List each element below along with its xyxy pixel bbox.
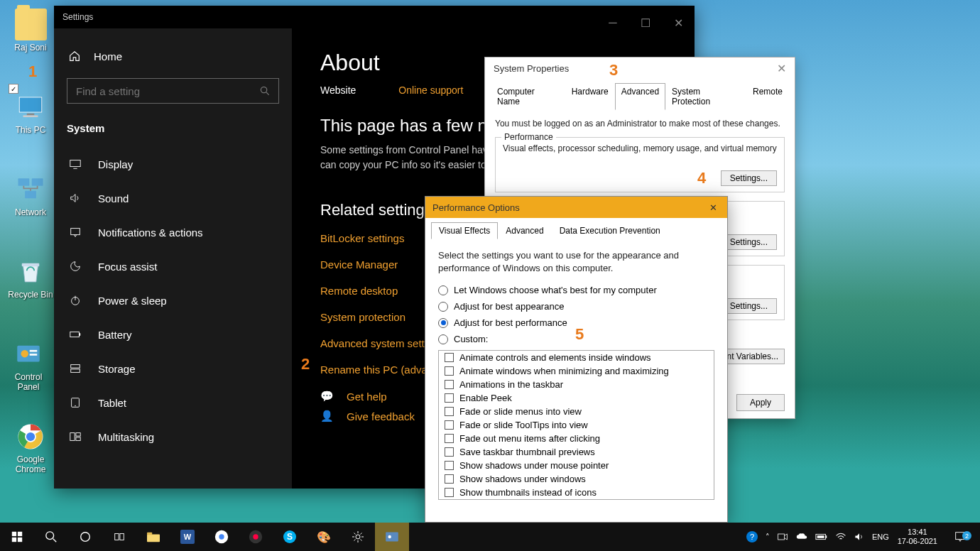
svg-rect-29: [76, 433, 80, 437]
maximize-button[interactable]: ☐: [629, 11, 662, 34]
website-label: Website: [320, 84, 356, 96]
check-animate-controls[interactable]: Animate controls and elements inside win…: [439, 351, 714, 364]
svg-rect-55: [778, 534, 784, 540]
svg-rect-30: [76, 437, 80, 441]
sidebar-item-display[interactable]: Display: [54, 147, 292, 181]
svg-point-35: [46, 532, 54, 540]
user-profiles-settings-button[interactable]: Settings...: [721, 234, 777, 250]
search-icon: [260, 86, 270, 96]
home-label: Home: [94, 50, 122, 62]
checkbox-icon: [445, 353, 454, 362]
svg-rect-7: [22, 263, 40, 266]
desktop-icon-recycle-bin[interactable]: Recycle Bin: [6, 256, 55, 300]
checkbox-icon: [445, 393, 454, 403]
tablet-icon: [68, 395, 82, 410]
close-button[interactable]: ✕: [662, 11, 695, 34]
action-center-button[interactable]: 2: [946, 530, 974, 543]
taskbar-active-app[interactable]: [375, 523, 409, 551]
tray-language[interactable]: ENG: [872, 533, 889, 541]
radio-best-appearance[interactable]: Adjust for best appearance: [438, 301, 714, 312]
desktop-icon-control-panel[interactable]: Control Panel: [4, 338, 53, 392]
control-panel-icon: [13, 338, 45, 370]
sidebar-item-sound[interactable]: Sound: [54, 181, 292, 215]
sidebar-item-storage[interactable]: Storage: [54, 351, 292, 386]
svg-rect-51: [386, 532, 398, 541]
radio-let-windows-choose[interactable]: Let Windows choose what's best for my co…: [438, 285, 714, 295]
svg-rect-34: [18, 538, 22, 542]
svg-point-45: [219, 534, 224, 539]
desktop-icon-chrome[interactable]: Google Chrome: [6, 420, 55, 474]
sidebar-category: System: [54, 116, 292, 147]
cortana-button[interactable]: [68, 523, 102, 551]
apply-button[interactable]: Apply: [736, 394, 785, 411]
tab-remote[interactable]: Remote: [746, 83, 789, 110]
battery-icon: [68, 327, 82, 342]
tab-advanced[interactable]: Advanced: [498, 222, 551, 239]
tray-help-icon[interactable]: ?: [746, 530, 758, 543]
taskbar-explorer[interactable]: [136, 523, 170, 551]
taskbar-chrome-2[interactable]: [239, 523, 273, 551]
check-shadows-windows[interactable]: Show shadows under windows: [439, 472, 714, 486]
tab-system-protection[interactable]: System Protection: [665, 83, 746, 110]
check-animate-windows[interactable]: Animate windows when minimizing and maxi…: [439, 364, 714, 378]
check-fade-menus[interactable]: Fade or slide menus into view: [439, 405, 714, 418]
tab-advanced[interactable]: Advanced: [615, 83, 665, 110]
task-view-button[interactable]: [102, 523, 136, 551]
check-thumbnails-icons[interactable]: Show thumbnails instead of icons: [439, 486, 714, 499]
home-icon: [68, 50, 81, 62]
svg-rect-31: [12, 532, 16, 536]
desktop-icon-this-pc[interactable]: This PC: [6, 91, 55, 135]
settings-search[interactable]: [67, 78, 279, 104]
close-button[interactable]: ✕: [777, 62, 786, 75]
online-support-link[interactable]: Online support: [398, 84, 463, 96]
tab-visual-effects[interactable]: Visual Effects: [431, 222, 498, 239]
effects-list[interactable]: Animate controls and elements inside win…: [438, 350, 714, 500]
sidebar-item-focus-assist[interactable]: Focus assist: [54, 249, 292, 283]
taskbar-skype[interactable]: S: [273, 523, 307, 551]
tray-onedrive-icon[interactable]: [795, 532, 808, 542]
desktop-icon-network[interactable]: Network: [6, 173, 55, 217]
tray-volume-icon[interactable]: [854, 532, 865, 542]
search-button[interactable]: [34, 523, 68, 551]
taskbar-chrome[interactable]: [205, 523, 239, 551]
svg-rect-17: [70, 160, 80, 167]
sidebar-item-battery[interactable]: Battery: [54, 317, 292, 351]
tab-dep[interactable]: Data Execution Prevention: [552, 222, 668, 239]
start-button[interactable]: [0, 523, 34, 551]
desktop-icon-user-folder[interactable]: Raj Soni: [6, 9, 55, 53]
check-fade-tooltips[interactable]: Fade or slide ToolTips into view: [439, 418, 714, 432]
check-taskbar-animations[interactable]: Animations in the taskbar: [439, 378, 714, 391]
svg-rect-22: [70, 332, 80, 337]
svg-rect-32: [18, 532, 22, 536]
tray-wifi-icon[interactable]: [835, 532, 846, 542]
tray-clock[interactable]: 13:41 17-06-2021: [898, 528, 937, 546]
tray-battery-icon[interactable]: [815, 533, 828, 541]
tray-meet-now-icon[interactable]: [777, 531, 788, 542]
taskbar-paint[interactable]: 🎨: [307, 523, 341, 551]
sidebar-item-tablet[interactable]: Tablet: [54, 386, 292, 420]
annotation-4: 4: [697, 169, 706, 187]
sidebar-item-multitasking[interactable]: Multitasking: [54, 420, 292, 454]
sidebar-item-notifications[interactable]: Notifications & actions: [54, 215, 292, 249]
sidebar-item-power-sleep[interactable]: Power & sleep: [54, 283, 292, 317]
sidebar-home[interactable]: Home: [54, 43, 292, 70]
tab-computer-name[interactable]: Computer Name: [491, 83, 565, 110]
taskbar-word[interactable]: W: [170, 523, 205, 551]
taskbar-settings[interactable]: [341, 523, 375, 551]
performance-settings-button[interactable]: Settings...: [721, 170, 777, 186]
close-button[interactable]: ✕: [706, 202, 720, 213]
check-fade-menu-items[interactable]: Fade out menu items after clicking: [439, 432, 714, 445]
svg-rect-38: [115, 534, 119, 540]
description: Select the settings you want to use for …: [438, 249, 714, 275]
tray-chevron-icon[interactable]: ˄: [766, 533, 770, 542]
startup-settings-button[interactable]: Settings...: [721, 298, 777, 314]
check-shadows-pointer[interactable]: Show shadows under mouse pointer: [439, 459, 714, 472]
search-input[interactable]: [76, 85, 270, 97]
check-enable-peek[interactable]: Enable Peek: [439, 391, 714, 405]
desktop-icon-checkbox[interactable]: ✓: [9, 84, 18, 94]
check-save-thumbnails[interactable]: Save taskbar thumbnail previews: [439, 445, 714, 459]
svg-text:W: W: [184, 533, 192, 541]
tab-hardware[interactable]: Hardware: [565, 83, 615, 110]
annotation-1: 1: [28, 62, 37, 81]
minimize-button[interactable]: ─: [597, 11, 629, 34]
